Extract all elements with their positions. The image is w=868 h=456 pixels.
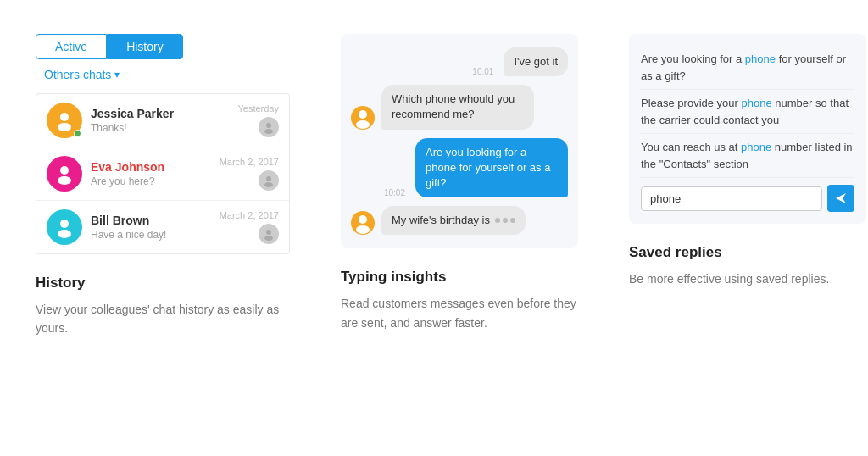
right-column: Are you looking for a phone for yourself… (629, 34, 866, 288)
message-time: 10:01 (472, 67, 493, 76)
svg-point-14 (356, 120, 370, 129)
reply-input-row (641, 185, 854, 212)
tab-active[interactable]: Active (36, 34, 107, 59)
svg-point-2 (266, 123, 271, 128)
left-column: Active History Others chats ▾ Jessica Pa… (36, 34, 290, 338)
reply-item: Are you looking for a phone for yourself… (641, 46, 854, 90)
tab-group: Active History (36, 34, 290, 59)
message-bubble: Are you looking for a phone for yourself… (415, 138, 568, 198)
typing-insights-description: Typing insights Read customers messages … (341, 269, 578, 332)
chat-date: March 2, 2017 (220, 210, 279, 220)
avatar (351, 211, 375, 235)
online-indicator (74, 130, 81, 137)
message-bubble: My wife's birthday is (381, 206, 526, 235)
svg-point-5 (58, 176, 71, 185)
reply-search-input[interactable] (641, 186, 822, 211)
chat-preview: Are you here? (91, 175, 211, 187)
chat-window: 10:01 I've got it Which phone whould you… (341, 34, 578, 248)
saved-replies-box: Are you looking for a phone for yourself… (629, 34, 866, 224)
section-text: View your colleagues' chat history as ea… (36, 300, 290, 338)
section-text: Be more effective using saved replies. (629, 270, 866, 288)
avatar (47, 103, 82, 138)
chat-info: Eva Johnson Are you here? (91, 160, 211, 187)
send-icon (834, 192, 848, 205)
chat-date: Yesterday (237, 103, 279, 114)
chat-info: Jessica Parker Thanks! (91, 107, 229, 134)
message-row: 10:01 I've got it (351, 47, 568, 76)
list-item[interactable]: Bill Brown Have a nice day! March 2, 201… (36, 201, 289, 253)
chat-preview: Thanks! (91, 122, 229, 134)
typing-indicator (495, 214, 515, 226)
list-item[interactable]: Jessica Parker Thanks! Yesterday (36, 94, 289, 147)
contact-name: Jessica Parker (91, 107, 229, 120)
message-bubble: Which phone whould you recommend me? (381, 85, 534, 129)
reply-highlight: phone (742, 97, 772, 109)
svg-point-9 (58, 230, 71, 238)
reply-highlight: phone (741, 141, 771, 153)
typing-text: My wife's birthday is (392, 213, 490, 228)
others-chats-label: Others chats (44, 68, 111, 81)
message-row: My wife's birthday is (351, 206, 568, 235)
svg-point-6 (266, 176, 271, 181)
contact-name: Bill Brown (91, 214, 211, 227)
saved-replies-description: Saved replies Be more effective using sa… (629, 244, 866, 288)
send-button[interactable] (827, 185, 854, 212)
section-text: Read customers messages even before they… (341, 294, 578, 332)
chat-preview: Have a nice day! (91, 229, 211, 241)
chat-meta: March 2, 2017 (220, 210, 279, 244)
chat-meta: Yesterday (237, 103, 279, 137)
svg-point-3 (264, 129, 273, 134)
agent-avatar (259, 170, 279, 191)
reply-item: Please provide your phone number so that… (641, 90, 854, 134)
message-row: 10:02 Are you looking for a phone for yo… (351, 138, 568, 198)
svg-point-8 (60, 220, 69, 228)
avatar (47, 156, 82, 192)
section-title: Saved replies (629, 244, 866, 261)
svg-point-16 (359, 215, 367, 224)
contact-name: Eva Johnson (91, 160, 211, 174)
middle-column: 10:01 I've got it Which phone whould you… (341, 34, 578, 332)
avatar (47, 209, 82, 245)
svg-point-1 (58, 123, 71, 131)
history-description: History View your colleagues' chat histo… (36, 275, 290, 338)
agent-avatar (259, 117, 279, 137)
chat-date: March 2, 2017 (220, 157, 279, 167)
section-title: Typing insights (341, 269, 578, 286)
section-title: History (36, 275, 290, 292)
svg-point-11 (264, 236, 273, 241)
tab-history[interactable]: History (107, 34, 183, 59)
chat-meta: March 2, 2017 (220, 157, 279, 191)
svg-point-10 (266, 230, 271, 235)
svg-point-13 (359, 110, 367, 119)
others-chats-dropdown[interactable]: Others chats ▾ (36, 68, 290, 81)
chat-list: Jessica Parker Thanks! Yesterday (36, 93, 290, 254)
avatar (351, 106, 375, 130)
message-row: Which phone whould you recommend me? (351, 85, 568, 129)
svg-point-4 (60, 166, 69, 175)
svg-point-0 (60, 113, 69, 121)
agent-avatar (259, 224, 279, 244)
svg-point-7 (264, 182, 273, 187)
list-item[interactable]: Eva Johnson Are you here? March 2, 2017 (36, 147, 289, 201)
chevron-down-icon: ▾ (114, 69, 120, 81)
reply-item: You can reach us at phone number listed … (641, 134, 854, 178)
chat-info: Bill Brown Have a nice day! (91, 214, 211, 241)
message-bubble: I've got it (504, 47, 568, 76)
svg-point-17 (356, 225, 370, 234)
message-time: 10:02 (384, 188, 405, 197)
reply-highlight: phone (745, 53, 776, 65)
